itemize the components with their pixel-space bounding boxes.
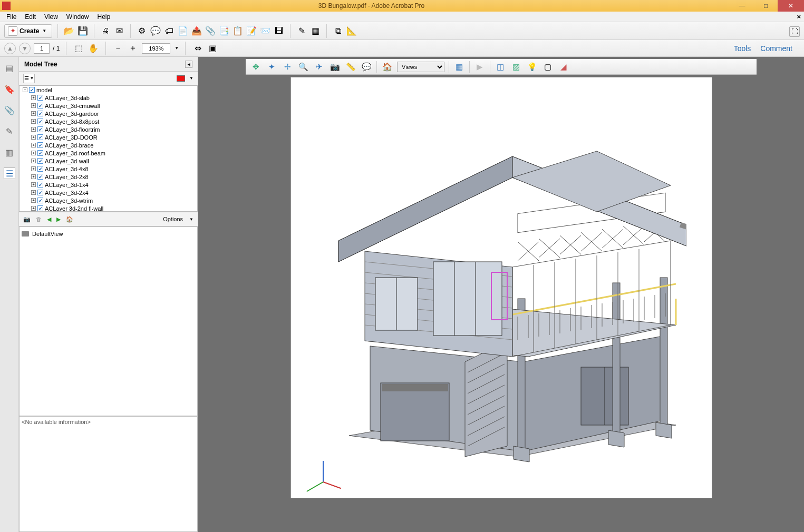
checkbox-icon[interactable]: ✔: [37, 103, 43, 109]
snapshot-icon[interactable]: ⧉: [332, 25, 344, 37]
checkbox-icon[interactable]: ✔: [37, 134, 43, 140]
tree-item[interactable]: +✔ACLayer_3d-8x8post: [20, 117, 197, 125]
expand-icon[interactable]: +: [31, 135, 36, 140]
attachments-icon[interactable]: 📎: [4, 104, 15, 116]
checkbox-icon[interactable]: ✔: [37, 166, 43, 172]
menu-help[interactable]: Help: [93, 12, 115, 22]
fit-page-icon[interactable]: ▣: [207, 43, 218, 54]
expand-icon[interactable]: +: [31, 143, 36, 147]
menu-edit[interactable]: Edit: [21, 12, 40, 22]
checkbox-icon[interactable]: ✔: [37, 190, 43, 195]
zoom-dropdown-icon[interactable]: ▼: [175, 46, 179, 51]
collapse-icon[interactable]: −: [23, 87, 27, 92]
organize-icon[interactable]: 📋: [232, 25, 244, 37]
comment-bubble-icon[interactable]: 💬: [150, 25, 161, 37]
create-button[interactable]: ✦ Create ▼: [4, 24, 52, 38]
checkbox-icon[interactable]: ✔: [37, 142, 43, 148]
tree-item[interactable]: +✔ACLayer_3D-DOOR: [20, 133, 197, 141]
color-dropdown-icon[interactable]: ▼: [189, 76, 193, 81]
tools-link[interactable]: Tools: [734, 44, 751, 53]
checkbox-icon[interactable]: ✔: [37, 158, 43, 164]
tree-item[interactable]: +✔ACLayer_3d-1x4: [20, 181, 197, 189]
part-options-icon[interactable]: ▦: [453, 61, 465, 73]
view-item[interactable]: DefaultView: [22, 229, 195, 239]
checkbox-icon[interactable]: ✔: [29, 87, 35, 93]
3d-canvas[interactable]: [290, 77, 712, 498]
spin-tool-icon[interactable]: ✦: [266, 61, 277, 73]
cross-section-icon[interactable]: ◢: [558, 61, 569, 73]
checkbox-icon[interactable]: ✔: [37, 95, 43, 101]
page-down-button[interactable]: ▼: [19, 43, 31, 54]
tree-item[interactable]: +✔ACLayer_3d-4x8: [20, 165, 197, 173]
page-up-button[interactable]: ▲: [4, 43, 16, 54]
comment-link[interactable]: Comment: [760, 44, 792, 53]
render-mode-icon[interactable]: ▨: [510, 61, 522, 73]
export-page-icon[interactable]: 📤: [191, 25, 202, 37]
expand-icon[interactable]: +: [31, 166, 36, 171]
highlight-color-swatch[interactable]: [177, 75, 185, 82]
zoom-level-input[interactable]: [142, 43, 170, 54]
save-icon[interactable]: 💾: [77, 25, 89, 37]
forms-icon[interactable]: 📝: [246, 25, 257, 37]
fly-tool-icon[interactable]: ✈: [313, 61, 325, 73]
tree-item[interactable]: +✔ACLayer_3d-2x8: [20, 173, 197, 181]
expand-icon[interactable]: +: [31, 159, 36, 163]
delete-view-icon[interactable]: 🗑: [36, 216, 42, 222]
expand-icon[interactable]: +: [31, 206, 36, 211]
select-tool-icon[interactable]: ⬚: [73, 43, 84, 54]
background-color-icon[interactable]: ▢: [542, 61, 554, 73]
play-animation-icon[interactable]: ▶: [474, 61, 486, 73]
measure-tool-icon[interactable]: 📏: [345, 61, 356, 73]
checkbox-icon[interactable]: ✔: [37, 119, 43, 124]
email-icon[interactable]: ✉: [113, 25, 125, 37]
options-dropdown-icon[interactable]: ▼: [189, 217, 193, 222]
layers-icon[interactable]: ▥: [4, 146, 15, 158]
menu-file[interactable]: File: [2, 12, 21, 22]
prev-view-icon[interactable]: ◀: [47, 216, 51, 223]
tree-item[interactable]: +✔ACLayer 3d-2nd fl-wall: [20, 204, 197, 212]
distribute-icon[interactable]: 📨: [259, 25, 271, 37]
gear-icon[interactable]: ⚙: [136, 25, 148, 37]
tree-item[interactable]: +✔ACLayer_3d-brace: [20, 141, 197, 149]
expand-icon[interactable]: +: [31, 127, 36, 132]
projection-icon[interactable]: ◫: [495, 61, 506, 73]
zoom-in-icon[interactable]: ＋: [127, 43, 139, 54]
camera-tool-icon[interactable]: 📷: [329, 61, 341, 73]
page-number-input[interactable]: [34, 43, 50, 54]
checkbox-icon[interactable]: ✔: [37, 126, 43, 132]
expand-icon[interactable]: +: [31, 151, 36, 155]
lighting-icon[interactable]: 💡: [526, 61, 538, 73]
model-tree-list[interactable]: − ✔ model +✔ACLayer_3d-slab +✔ACLayer_3d…: [19, 85, 198, 212]
expand-icon[interactable]: +: [31, 174, 36, 179]
print-icon[interactable]: 🖨: [100, 25, 111, 37]
tree-item[interactable]: +✔ACLayer_3d-cmuwall: [20, 102, 197, 110]
next-view-icon[interactable]: ▶: [56, 216, 61, 223]
tree-item[interactable]: +✔ACLayer_3d-floortrim: [20, 125, 197, 133]
document-close-icon[interactable]: ×: [797, 13, 801, 21]
options-label[interactable]: Options: [163, 216, 183, 222]
checkbox-icon[interactable]: ✔: [37, 205, 43, 211]
tree-item[interactable]: +✔ACLayer_3d-gardoor: [20, 110, 197, 117]
open-icon[interactable]: 📂: [63, 25, 75, 37]
home-view-icon[interactable]: 🏠: [66, 216, 73, 223]
panel-collapse-icon[interactable]: ◂: [185, 61, 192, 68]
bookmark-page-icon[interactable]: 📑: [218, 25, 230, 37]
tree-item[interactable]: +✔ACLayer_3d-wtrim: [20, 196, 197, 204]
add-comment-icon[interactable]: 💬: [361, 61, 372, 73]
views-list[interactable]: DefaultView: [19, 226, 198, 416]
text-edit-icon[interactable]: ✎: [296, 25, 307, 37]
signatures-icon[interactable]: ✎: [4, 125, 15, 137]
bookmarks-icon[interactable]: 🔖: [4, 83, 15, 95]
expand-icon[interactable]: +: [31, 111, 36, 116]
attach-page-icon[interactable]: 📎: [205, 25, 216, 37]
checkbox-icon[interactable]: ✔: [37, 174, 43, 180]
maximize-button[interactable]: □: [754, 0, 778, 12]
rotate-tool-icon[interactable]: ✥: [250, 61, 261, 73]
expand-icon[interactable]: +: [31, 190, 36, 195]
menu-window[interactable]: Window: [62, 12, 93, 22]
tree-root-row[interactable]: − ✔ model: [20, 86, 197, 94]
add-view-icon[interactable]: 📷: [23, 216, 31, 223]
model-tree-icon[interactable]: ☰: [4, 168, 15, 179]
tree-item[interactable]: +✔ACLayer_3d-roof-beam: [20, 149, 197, 157]
multimedia-icon[interactable]: 🎞: [273, 25, 285, 37]
